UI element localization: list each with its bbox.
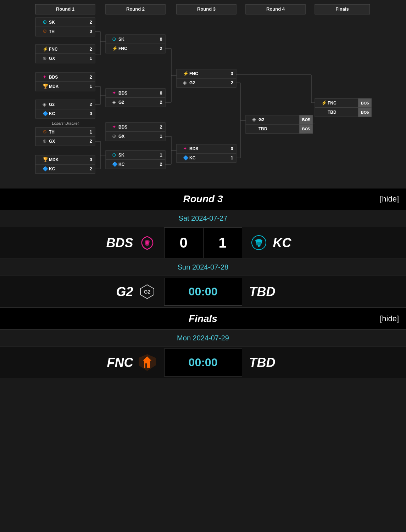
svg-text:FNC: FNC xyxy=(328,101,337,106)
svg-text:TBD: TBD xyxy=(258,126,267,131)
score-right: 1 xyxy=(203,227,242,258)
svg-text:0: 0 xyxy=(160,90,162,96)
svg-text:⚙: ⚙ xyxy=(43,28,47,34)
losers-label: Losers' Bracket xyxy=(52,121,79,125)
finals-match-1-score: 00:00 xyxy=(164,349,242,377)
team-name-kc: KC xyxy=(273,236,291,250)
round4-header: Round 4 xyxy=(266,6,285,12)
svg-text:2: 2 xyxy=(89,166,92,171)
round3-date-1: Sat 2024-07-27 xyxy=(0,210,406,227)
svg-text:1: 1 xyxy=(89,84,92,89)
svg-text:3: 3 xyxy=(230,71,233,76)
svg-text:⊙: ⊙ xyxy=(112,36,116,42)
svg-text:⚡: ⚡ xyxy=(43,46,49,52)
svg-text:1: 1 xyxy=(230,155,233,160)
finals-header: Finals xyxy=(335,6,349,12)
svg-text:⚙: ⚙ xyxy=(43,129,47,135)
round3-hide-button[interactable]: [hide] xyxy=(380,194,399,204)
svg-text:🔷: 🔷 xyxy=(43,111,49,117)
svg-text:🏆: 🏆 xyxy=(43,157,49,163)
svg-text:TBD: TBD xyxy=(328,110,337,115)
svg-text:GX: GX xyxy=(49,56,55,61)
round3-match-2: G2 G2 00:00 TBD xyxy=(0,276,406,307)
team-name-tbd-finals: TBD xyxy=(249,355,276,370)
svg-text:G2: G2 xyxy=(144,289,150,295)
svg-rect-136 xyxy=(246,124,305,134)
svg-text:KC: KC xyxy=(118,162,125,167)
svg-text:G2: G2 xyxy=(258,117,264,122)
score-time: 00:00 xyxy=(164,278,242,306)
finals-date-1: Mon 2024-07-29 xyxy=(0,329,406,346)
svg-text:◈: ◈ xyxy=(183,80,187,85)
svg-text:2: 2 xyxy=(89,138,92,144)
svg-text:FNC: FNC xyxy=(189,71,198,76)
svg-text:MDK: MDK xyxy=(49,157,59,162)
round3-match-2-score: 00:00 xyxy=(164,278,242,306)
svg-text:2: 2 xyxy=(89,46,92,52)
svg-text:🔷: 🔷 xyxy=(183,155,189,161)
finals-match-1: FNC ⚡ 00:00 TBD xyxy=(0,346,406,378)
round3-detail-section: Round 3 [hide] Sat 2024-07-27 BDS 0 1 xyxy=(0,188,406,307)
svg-text:MDK: MDK xyxy=(49,84,59,89)
g2-logo-large: G2 xyxy=(138,282,157,301)
round1-header: Round 1 xyxy=(56,6,74,12)
team-left-g2: G2 G2 xyxy=(0,278,164,305)
bracket-section: Round 1 Round 2 Round 3 Round 4 Finals ⊙… xyxy=(0,0,406,188)
team-name-g2: G2 xyxy=(116,284,133,299)
svg-text:G2: G2 xyxy=(118,100,124,105)
round3-date-2: Sun 2024-07-28 xyxy=(0,259,406,276)
svg-text:2: 2 xyxy=(230,80,233,85)
team-name-bds: BDS xyxy=(106,236,133,250)
bracket-svg: Round 1 Round 2 Round 3 Round 4 Finals ⊙… xyxy=(35,4,372,184)
svg-text:SK: SK xyxy=(118,37,124,42)
round3-header: Round 3 xyxy=(197,6,216,12)
kc-logo-large xyxy=(249,233,269,253)
svg-text:2: 2 xyxy=(89,19,92,25)
round3-match-1: BDS 0 1 KC xyxy=(0,227,406,259)
finals-hide-button[interactable]: [hide] xyxy=(380,314,399,323)
svg-text:⚡: ⚡ xyxy=(112,45,118,51)
svg-text:FNC: FNC xyxy=(49,47,58,52)
svg-point-155 xyxy=(146,241,149,244)
finals-section-header: Finals [hide] xyxy=(0,307,406,329)
svg-text:1: 1 xyxy=(160,152,162,158)
svg-text:2: 2 xyxy=(160,100,162,105)
svg-text:KC: KC xyxy=(49,111,55,116)
round3-section-header: Round 3 [hide] xyxy=(0,188,406,210)
svg-text:1: 1 xyxy=(160,134,162,139)
svg-text:2: 2 xyxy=(89,102,92,107)
svg-text:BO5: BO5 xyxy=(361,101,369,105)
svg-text:KC: KC xyxy=(189,155,196,160)
svg-text:◈: ◈ xyxy=(252,117,256,122)
bds-logo-large xyxy=(138,233,157,253)
svg-text:🔷: 🔷 xyxy=(43,166,49,172)
svg-text:0: 0 xyxy=(230,146,233,151)
round3-title: Round 3 xyxy=(183,193,223,205)
svg-text:2: 2 xyxy=(160,162,162,167)
svg-text:◈: ◈ xyxy=(43,101,46,107)
svg-text:BDS: BDS xyxy=(189,146,198,151)
svg-text:SK: SK xyxy=(49,20,55,25)
svg-text:BO5: BO5 xyxy=(361,110,369,114)
svg-text:✦: ✦ xyxy=(183,146,187,151)
svg-text:⚡: ⚡ xyxy=(183,70,189,77)
svg-text:⊕: ⊕ xyxy=(43,138,47,144)
svg-text:1: 1 xyxy=(89,129,92,135)
team-name-tbd: TBD xyxy=(249,284,276,299)
svg-text:2: 2 xyxy=(89,74,92,80)
svg-text:GX: GX xyxy=(49,139,55,144)
svg-text:GX: GX xyxy=(118,134,124,139)
svg-text:G2: G2 xyxy=(49,102,55,107)
svg-text:⚡: ⚡ xyxy=(321,100,327,106)
team-right-tbd: TBD xyxy=(242,281,406,303)
svg-text:✦: ✦ xyxy=(43,74,47,80)
team-right-tbd-finals: TBD xyxy=(242,352,406,374)
svg-text:BDS: BDS xyxy=(49,75,58,80)
finals-score-time: 00:00 xyxy=(164,349,242,377)
svg-text:0: 0 xyxy=(89,111,92,116)
svg-text:⊙: ⊙ xyxy=(43,19,47,25)
score-left: 0 xyxy=(164,227,203,258)
team-left-fnc: FNC ⚡ xyxy=(0,349,164,376)
svg-text:G2: G2 xyxy=(189,80,195,85)
svg-text:✦: ✦ xyxy=(112,124,116,130)
